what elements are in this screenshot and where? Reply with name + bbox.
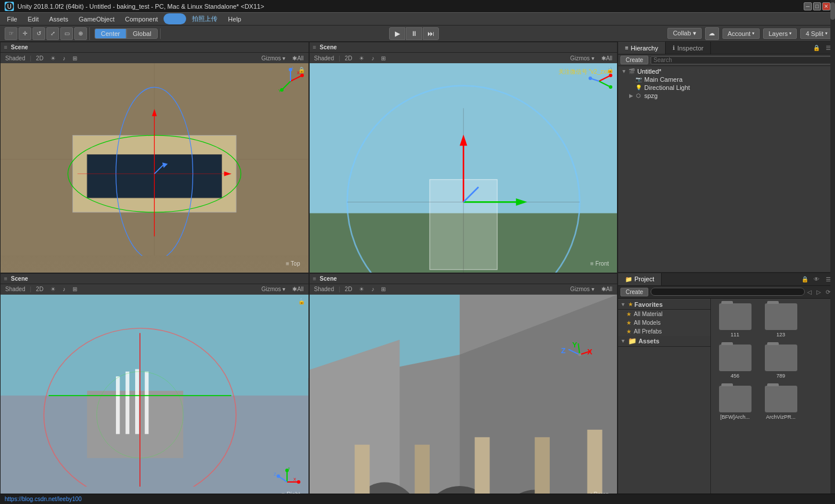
assets-section-header[interactable]: ▼ 📁 Assets	[618, 336, 710, 347]
project-tab-label: Project	[634, 275, 654, 282]
maximize-button[interactable]: □	[813, 2, 821, 10]
hierarchy-item-maincamera[interactable]: 📷 Main Camera	[618, 75, 835, 84]
fx-persp[interactable]: ⊞	[379, 285, 388, 293]
persp-viewport[interactable]: Y X Z ◁ Persp	[310, 295, 618, 504]
scale-tool[interactable]: ⤢	[46, 27, 59, 40]
pause-button[interactable]: ⏸	[406, 27, 422, 40]
collab-button[interactable]: Collab ▾	[667, 28, 701, 39]
menu-gameobject[interactable]: GameObject	[74, 14, 119, 24]
expand-arrow-spzg: ▶	[627, 93, 634, 99]
gizmos-right[interactable]: Gizmos ▾	[259, 285, 288, 293]
hierarchy-create-button[interactable]: Create	[620, 56, 648, 64]
account-button[interactable]: Account ▾	[723, 28, 760, 39]
tree-item-all-material[interactable]: ★ All Material	[618, 310, 710, 318]
menu-edit[interactable]: Edit	[23, 14, 43, 24]
shading-persp[interactable]: Shaded	[312, 285, 336, 293]
rect-tool[interactable]: ▭	[60, 27, 73, 40]
light-right[interactable]: ☀	[48, 285, 58, 293]
fx-top[interactable]: ⊞	[70, 55, 79, 62]
close-button[interactable]: ✕	[822, 2, 830, 10]
all-persp[interactable]: ✱All	[599, 285, 615, 293]
light-front[interactable]: ☀	[357, 55, 366, 62]
asset-item-111[interactable]: 111	[713, 301, 757, 340]
fx-right[interactable]: ⊞	[70, 285, 79, 293]
all-top[interactable]: ✱All	[290, 55, 306, 62]
lock-project-button[interactable]: 🔒	[800, 274, 809, 284]
project-create-button[interactable]: Create	[620, 288, 648, 296]
svg-line-37	[599, 81, 611, 87]
hierarchy-item-untitled[interactable]: ▼ 🎬 Untitled*	[618, 67, 835, 75]
light-top[interactable]: ☀	[48, 55, 58, 62]
top-viewport[interactable]: 🔒 X Y Z ≡ Top	[1, 63, 308, 273]
scene-panel-right[interactable]: ≡ Scene Shaded | 2D ☀ ♪ ⊞ Gizmos ▾ ✱All	[0, 273, 309, 505]
asset-item-789[interactable]: 789	[759, 342, 803, 381]
scene-header-top: ≡ Scene	[1, 42, 308, 53]
tree-item-all-prefabs[interactable]: ★ All Prefabs	[618, 327, 710, 336]
2d-top[interactable]: 2D	[34, 55, 46, 62]
project-tree: ▼ ★ Favorites ★ All Material ★ All Model…	[618, 299, 711, 496]
asset-item-archviz[interactable]: ArchVizPR...	[759, 383, 803, 422]
global-button[interactable]: Global	[126, 28, 158, 39]
asset-item-456[interactable]: 456	[713, 342, 757, 381]
project-search-input[interactable]	[651, 288, 805, 296]
hierarchy-item-dirlight[interactable]: 💡 Directional Light	[618, 84, 835, 92]
hierarchy-search-input[interactable]	[651, 56, 833, 64]
audio-right[interactable]: ♪	[60, 285, 68, 293]
tab-hierarchy[interactable]: ≡ Hierarchy	[618, 42, 666, 54]
gizmos-persp[interactable]: Gizmos ▾	[568, 285, 597, 293]
transform-tool[interactable]: ⊕	[74, 27, 87, 40]
audio-persp[interactable]: ♪	[369, 285, 376, 293]
tree-item-all-models[interactable]: ★ All Models	[618, 318, 710, 327]
top-panel: ≡ Hierarchy ℹ Inspector 🔒 ☰ Create	[618, 42, 835, 273]
asset-item-bfw[interactable]: [BFW]Arch...	[713, 383, 757, 422]
shading-right[interactable]: Shaded	[3, 285, 27, 293]
2d-front[interactable]: 2D	[343, 55, 355, 62]
assets-scrollbar[interactable]	[830, 299, 835, 496]
minimize-button[interactable]: ─	[804, 2, 812, 10]
cloud-button[interactable]: ☁	[705, 27, 719, 40]
project-nav-back[interactable]: ◁	[805, 287, 814, 296]
all-front[interactable]: ✱All	[599, 55, 615, 62]
gizmos-front[interactable]: Gizmos ▾	[568, 55, 597, 62]
tool-group-transform: ☞ ✛ ↺ ⤢ ▭ ⊕	[2, 27, 90, 40]
play-button[interactable]: ▶	[389, 27, 405, 40]
menu-file[interactable]: File	[2, 14, 22, 24]
layers-button[interactable]: Layers ▾	[763, 28, 797, 39]
center-button[interactable]: Center	[95, 28, 126, 39]
menu-upload[interactable]: 拍照上传	[187, 13, 222, 24]
lock-panel-button[interactable]: 🔒	[812, 43, 821, 53]
eye-project-button[interactable]: 👁	[812, 274, 821, 284]
menu-help[interactable]: Help	[223, 14, 246, 24]
hierarchy-item-spzg[interactable]: ▶ ⬡ spzg	[618, 92, 835, 100]
gizmos-top[interactable]: Gizmos ▾	[259, 55, 288, 62]
favorites-section-header[interactable]: ▼ ★ Favorites	[618, 300, 710, 310]
split-arrow: ▾	[825, 31, 827, 36]
menu-component[interactable]: Component	[120, 14, 162, 24]
scene-panel-front[interactable]: ≡ Scene Shaded | 2D ☀ ♪ ⊞ Gizmos ▾ ✱All	[309, 42, 618, 273]
light-persp[interactable]: ☀	[357, 285, 366, 293]
2d-right[interactable]: 2D	[34, 285, 46, 293]
project-nav-forward[interactable]: ▷	[814, 287, 823, 296]
shading-front[interactable]: Shaded	[312, 55, 336, 62]
inspector-tab-label: Inspector	[677, 45, 703, 52]
scene-panel-top[interactable]: ≡ Scene Shaded | 2D ☀ ♪ ⊞ Gizmos ▾ ✱All	[0, 42, 309, 273]
asset-item-123[interactable]: 123	[759, 301, 803, 340]
audio-front[interactable]: ♪	[369, 55, 376, 62]
menu-assets[interactable]: Assets	[45, 14, 73, 24]
shading-top[interactable]: Shaded	[3, 55, 27, 62]
right-viewport[interactable]: X Y Z ≡ Right 🔒	[1, 295, 308, 504]
2d-persp[interactable]: 2D	[343, 285, 355, 293]
front-viewport[interactable]: 关注微信号 "v2_zxw" ≡ Front 🔒	[310, 63, 618, 273]
hand-tool[interactable]: ☞	[5, 27, 17, 40]
rotate-tool[interactable]: ↺	[32, 27, 45, 40]
step-button[interactable]: ⏭	[423, 27, 439, 40]
tab-project[interactable]: 📁 Project	[618, 273, 662, 285]
svg-text:Z: Z	[274, 472, 277, 476]
tab-inspector[interactable]: ℹ Inspector	[666, 42, 711, 54]
audio-top[interactable]: ♪	[60, 55, 68, 62]
fx-front[interactable]: ⊞	[379, 55, 388, 62]
scene-panel-persp[interactable]: ≡ Scene Shaded | 2D ☀ ♪ ⊞ Gizmos ▾ ✱All	[309, 273, 618, 505]
all-right[interactable]: ✱All	[290, 285, 306, 293]
split-button[interactable]: 4 Split ▾	[800, 28, 833, 39]
move-tool[interactable]: ✛	[19, 27, 31, 40]
